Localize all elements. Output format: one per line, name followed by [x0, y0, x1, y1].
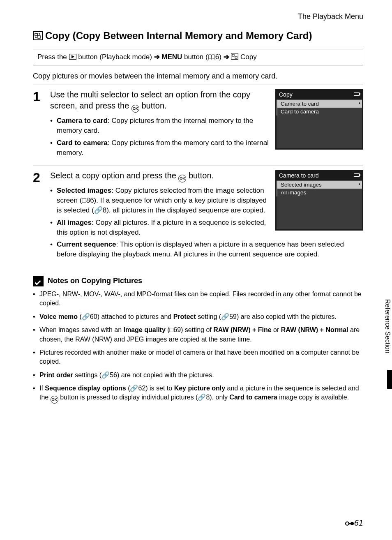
copy-icon — [231, 53, 238, 62]
battery-icon — [354, 92, 360, 96]
screen-title: Copy — [279, 91, 293, 98]
check-icon — [33, 276, 44, 286]
note-item: Voice memo (🔗60) attached to pictures an… — [33, 312, 363, 321]
bullet-item: Current sequence: This option is display… — [50, 240, 363, 259]
ok-button-icon: OK — [178, 175, 186, 182]
arrow-right-icon: ➔ — [154, 53, 160, 61]
note-item: Print order settings (🔗56) are not copie… — [33, 371, 363, 380]
playback-icon — [69, 53, 76, 62]
step-1: 1 Copy Camera to card Card to camera Use… — [33, 85, 363, 166]
arrow-right-icon: ➔ — [224, 53, 229, 61]
battery-icon — [354, 173, 360, 177]
svg-marker-4 — [71, 55, 74, 58]
note-item: Pictures recorded with another make or m… — [33, 348, 363, 367]
book-icon — [208, 53, 215, 62]
navigation-path: Press the button (Playback mode) ➔ MENU … — [33, 49, 363, 65]
side-tab-marker — [387, 370, 392, 389]
svg-rect-1 — [35, 33, 37, 36]
section-title-text: Copy (Copy Between Internal Memory and M… — [45, 30, 312, 41]
page-number: 61 — [345, 518, 363, 528]
bullet-item: Selected images: Copy pictures selected … — [50, 186, 363, 215]
bullet-item: Camera to card: Copy pictures from the i… — [50, 116, 363, 136]
step-number: 1 — [33, 89, 50, 103]
note-item: When images saved with an Image quality … — [33, 325, 363, 344]
bullet-item: Card to camera: Copy pictures from the m… — [50, 138, 363, 158]
svg-rect-7 — [232, 54, 234, 56]
notes-title: Notes on Copying Pictures — [48, 277, 142, 285]
step-number: 2 — [33, 170, 50, 184]
menu-item: Card to camera — [277, 108, 362, 115]
bullet-item: All images: Copy all pictures. If a pict… — [50, 218, 363, 238]
intro-text: Copy pictures or movies between the inte… — [33, 72, 363, 81]
screen-title: Camera to card — [279, 172, 318, 179]
notes-section: Notes on Copying Pictures JPEG-, NRW-, M… — [33, 276, 363, 404]
step-2: 2 Camera to card Selected images All ima… — [33, 166, 363, 268]
copy-icon — [33, 30, 43, 43]
menu-item: Camera to card — [277, 100, 362, 108]
note-item: If Sequence display options (🔗62) is set… — [33, 384, 363, 404]
note-item: JPEG-, NRW-, MOV-, WAV-, and MPO-format … — [33, 290, 363, 308]
svg-rect-8 — [235, 56, 237, 58]
page-header: The Playback Menu — [33, 12, 363, 21]
section-title: Copy (Copy Between Internal Memory and M… — [33, 29, 363, 43]
svg-point-9 — [346, 522, 349, 525]
svg-point-11 — [350, 522, 354, 525]
ok-button-icon: OK — [131, 105, 139, 113]
side-tab-label: Reference Section — [383, 296, 392, 357]
svg-rect-2 — [38, 36, 40, 38]
